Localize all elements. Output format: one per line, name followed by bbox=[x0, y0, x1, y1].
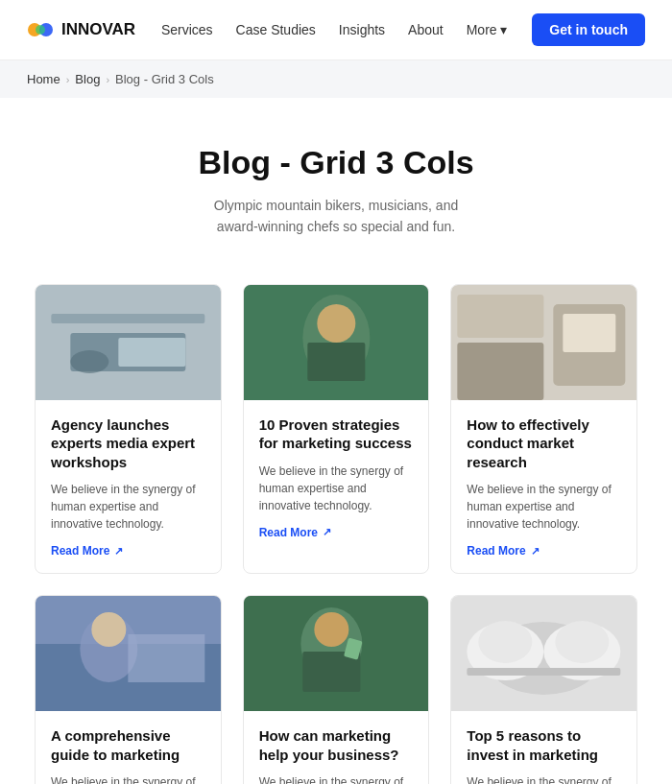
svg-point-2 bbox=[36, 25, 45, 35]
blog-card-5: How can marketing help your business? We… bbox=[243, 595, 430, 784]
card-1-body: Agency launches experts media expert wor… bbox=[36, 400, 221, 574]
logo: INNOVAR bbox=[27, 16, 135, 43]
svg-rect-14 bbox=[458, 343, 544, 400]
hero-section: Blog - Grid 3 Cols Olympic mountain bike… bbox=[0, 98, 672, 269]
svg-rect-12 bbox=[307, 343, 365, 381]
chevron-down-icon: ▾ bbox=[500, 22, 507, 37]
svg-rect-17 bbox=[458, 295, 544, 338]
card-6-image bbox=[451, 596, 636, 711]
card-1-image bbox=[36, 285, 221, 400]
card-5-text: We believe in the synergy of human exper… bbox=[259, 773, 414, 784]
nav-about[interactable]: About bbox=[408, 22, 444, 37]
card-3-read-more[interactable]: Read More ↗ bbox=[467, 544, 621, 558]
svg-point-26 bbox=[314, 612, 348, 647]
svg-point-11 bbox=[317, 304, 355, 343]
blog-card-6: Top 5 reasons to invest in marketing We … bbox=[450, 595, 637, 784]
breadcrumb-home[interactable]: Home bbox=[27, 72, 60, 86]
blog-card-4: A comprehensive guide to marketing We be… bbox=[35, 595, 222, 784]
svg-point-33 bbox=[479, 621, 533, 663]
svg-rect-21 bbox=[128, 634, 204, 682]
card-3-title: How to effectively conduct market resear… bbox=[467, 416, 621, 472]
header: INNOVAR Services Case Studies Insights A… bbox=[0, 0, 672, 60]
page-title: Blog - Grid 3 Cols bbox=[58, 144, 614, 181]
nav-insights[interactable]: Insights bbox=[339, 22, 385, 37]
card-5-title: How can marketing help your business? bbox=[259, 726, 414, 764]
nav-case-studies[interactable]: Case Studies bbox=[236, 22, 316, 37]
card-2-image bbox=[244, 285, 429, 400]
card-2-arrow-icon: ↗ bbox=[323, 526, 331, 538]
blog-card-3: How to effectively conduct market resear… bbox=[450, 284, 637, 575]
card-1-title: Agency launches experts media expert wor… bbox=[51, 416, 205, 472]
card-1-arrow-icon: ↗ bbox=[114, 545, 123, 558]
main-nav: Services Case Studies Insights About Mor… bbox=[161, 22, 507, 37]
card-6-body: Top 5 reasons to invest in marketing We … bbox=[451, 711, 636, 784]
card-2-read-more[interactable]: Read More ↗ bbox=[259, 526, 414, 539]
blog-card-1: Agency launches experts media expert wor… bbox=[35, 284, 222, 575]
card-4-text: We believe in the synergy of human exper… bbox=[51, 773, 205, 784]
svg-rect-16 bbox=[564, 314, 616, 352]
svg-rect-4 bbox=[51, 314, 204, 323]
nav-more[interactable]: More ▾ bbox=[467, 22, 507, 37]
card-3-arrow-icon: ↗ bbox=[531, 545, 540, 558]
card-4-image bbox=[36, 596, 221, 711]
hero-subtitle: Olympic mountain bikers, musicians, and … bbox=[192, 195, 480, 238]
card-4-body: A comprehensive guide to marketing We be… bbox=[36, 711, 221, 784]
card-4-title: A comprehensive guide to marketing bbox=[51, 726, 205, 764]
breadcrumb-sep-2: › bbox=[106, 74, 109, 85]
brand-name: INNOVAR bbox=[61, 20, 135, 39]
breadcrumb-blog[interactable]: Blog bbox=[75, 72, 100, 86]
card-5-body: How can marketing help your business? We… bbox=[244, 711, 429, 784]
nav-services[interactable]: Services bbox=[161, 22, 213, 37]
card-3-image bbox=[451, 285, 636, 400]
logo-icon bbox=[27, 16, 54, 43]
card-6-text: We believe in the synergy of human exper… bbox=[467, 773, 621, 784]
card-3-body: How to effectively conduct market resear… bbox=[451, 400, 636, 574]
svg-rect-7 bbox=[118, 338, 185, 367]
breadcrumb-sep-1: › bbox=[66, 74, 70, 85]
blog-grid: Agency launches experts media expert wor… bbox=[0, 269, 672, 784]
svg-rect-35 bbox=[468, 668, 621, 676]
svg-point-22 bbox=[91, 612, 126, 647]
blog-card-2: 10 Proven strategies for marketing succe… bbox=[243, 284, 430, 575]
card-5-image bbox=[244, 596, 429, 711]
card-2-text: We believe in the synergy of human exper… bbox=[259, 463, 414, 514]
breadcrumb-current: Blog - Grid 3 Cols bbox=[115, 72, 214, 86]
card-2-title: 10 Proven strategies for marketing succe… bbox=[259, 416, 414, 453]
svg-point-34 bbox=[556, 621, 610, 663]
svg-point-6 bbox=[70, 350, 108, 373]
breadcrumb: Home › Blog › Blog - Grid 3 Cols bbox=[0, 60, 672, 98]
get-in-touch-button[interactable]: Get in touch bbox=[532, 13, 645, 46]
card-2-body: 10 Proven strategies for marketing succe… bbox=[244, 400, 429, 555]
card-6-title: Top 5 reasons to invest in marketing bbox=[467, 726, 621, 764]
card-1-read-more[interactable]: Read More ↗ bbox=[51, 544, 205, 558]
card-1-text: We believe in the synergy of human exper… bbox=[51, 481, 205, 533]
card-3-text: We believe in the synergy of human exper… bbox=[467, 481, 621, 533]
